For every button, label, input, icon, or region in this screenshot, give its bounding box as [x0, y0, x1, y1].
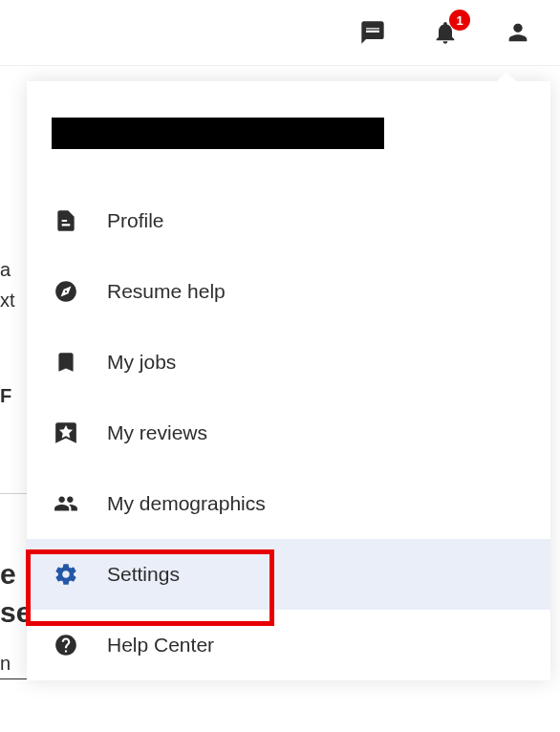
bg-text-fragment: e: [0, 554, 16, 594]
menu-label: Resume help: [107, 280, 524, 303]
gear-icon: [54, 562, 78, 587]
user-menu-list: Profile Resume help My jobs My reviews M…: [27, 185, 550, 680]
bookmark-icon: [54, 350, 78, 375]
menu-label: Help Center: [107, 634, 524, 657]
menu-item-resume-help[interactable]: Resume help: [27, 256, 550, 327]
bg-underline: [0, 678, 27, 679]
messages-icon[interactable]: [359, 19, 386, 46]
document-icon: [54, 208, 78, 233]
bg-text-fragment: a: [0, 256, 11, 283]
menu-label: Profile: [107, 209, 524, 232]
menu-item-help-center[interactable]: Help Center: [27, 610, 550, 680]
user-menu-dropdown: Profile Resume help My jobs My reviews M…: [27, 81, 550, 680]
menu-label: Settings: [107, 563, 524, 586]
bg-text-fragment: n: [0, 650, 11, 677]
bg-text-fragment: F: [0, 382, 11, 409]
menu-label: My reviews: [107, 421, 524, 444]
notifications-icon[interactable]: 1: [432, 19, 459, 46]
avatar-icon[interactable]: [505, 19, 531, 46]
menu-label: My jobs: [107, 351, 524, 374]
people-icon: [54, 491, 78, 516]
bg-text-fragment: xt: [0, 287, 15, 313]
notification-badge: 1: [449, 10, 470, 31]
bg-divider: [0, 493, 27, 494]
redacted-username: [52, 118, 384, 149]
header-bar: 1: [0, 0, 560, 66]
star-badge-icon: [54, 420, 78, 445]
menu-item-my-jobs[interactable]: My jobs: [27, 327, 550, 398]
menu-item-my-reviews[interactable]: My reviews: [27, 398, 550, 468]
menu-item-profile[interactable]: Profile: [27, 185, 550, 256]
menu-item-my-demographics[interactable]: My demographics: [27, 468, 550, 539]
compass-icon: [54, 279, 78, 304]
menu-item-settings[interactable]: Settings: [27, 539, 550, 610]
help-icon: [54, 633, 78, 657]
menu-label: My demographics: [107, 492, 524, 515]
